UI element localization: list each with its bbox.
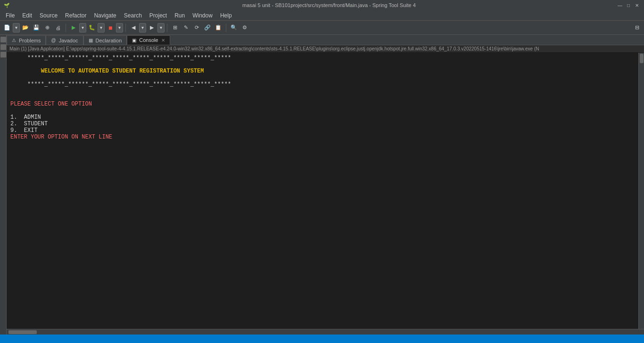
- misc-btn-2[interactable]: ✎: [181, 23, 191, 33]
- info-bar: Main (1) [Java Application] E:\apps\spri…: [7, 45, 644, 53]
- left-sidebar: [0, 35, 7, 343]
- menu-file[interactable]: File: [2, 10, 18, 21]
- tab-console[interactable]: ▣ Console ✕: [127, 35, 170, 45]
- vertical-scrollbar[interactable]: [638, 53, 644, 329]
- status-bar: [0, 335, 644, 343]
- menu-project[interactable]: Project: [146, 10, 171, 21]
- debug-button[interactable]: 🐛: [87, 23, 97, 33]
- console-close-button[interactable]: ✕: [161, 38, 165, 43]
- menu-run[interactable]: Run: [171, 10, 189, 21]
- fwd-dropdown[interactable]: ▾: [157, 23, 165, 33]
- open-button[interactable]: 📂: [20, 23, 31, 33]
- tab-declaration[interactable]: ▦ Declaration: [83, 35, 127, 45]
- menu-refactor[interactable]: Refactor: [61, 10, 90, 21]
- toolbar-sep-1: [66, 24, 66, 32]
- console-line: [10, 94, 640, 101]
- tabs-panel: ⚠ Problems @ Javadoc ▦ Declaration ▣ Con…: [7, 35, 644, 45]
- stop-button[interactable]: ⏹: [105, 23, 116, 33]
- sidebar-icon-1[interactable]: [0, 37, 6, 42]
- close-button[interactable]: ✕: [634, 2, 640, 8]
- search-button[interactable]: 🔍: [229, 23, 239, 33]
- console-line: 1. ADMIN: [10, 114, 640, 121]
- problems-icon: ⚠: [12, 38, 16, 43]
- minimize-button[interactable]: —: [617, 2, 623, 8]
- sidebar-icon-3[interactable]: [0, 52, 6, 57]
- tab-javadoc-label: Javadoc: [59, 38, 78, 43]
- misc-btn-5[interactable]: 📋: [213, 23, 223, 33]
- javadoc-icon: @: [51, 38, 56, 43]
- toolbar-group-misc: ⊞ ✎ ⟳ 🔗 📋: [170, 23, 223, 33]
- window-controls: — □ ✕: [617, 2, 640, 8]
- tab-console-label: Console: [139, 37, 158, 43]
- sidebar-icon-2[interactable]: [0, 44, 6, 50]
- horizontal-scrollbar[interactable]: [7, 329, 644, 335]
- tab-problems-label: Problems: [19, 38, 41, 43]
- misc-btn-1[interactable]: ⊞: [170, 23, 180, 33]
- debug-dropdown[interactable]: ▾: [98, 23, 105, 33]
- tab-declaration-label: Declaration: [96, 38, 122, 43]
- console-line: 2. STUDENT: [10, 121, 640, 127]
- toolbar-sep-4: [226, 24, 226, 32]
- menu-navigate[interactable]: Navigate: [90, 10, 120, 21]
- console-line: [10, 61, 640, 68]
- maximize-button[interactable]: □: [625, 2, 632, 8]
- toolbar-group-file: 📄 ▾ 📂 💾 ⊕ 🖨: [2, 23, 63, 33]
- profile-dropdown[interactable]: ▾: [116, 23, 123, 33]
- menu-search[interactable]: Search: [120, 10, 146, 21]
- toolbar-main: 📄 ▾ 📂 💾 ⊕ 🖨 ▶ ▾ 🐛 ▾ ⏹ ▾ ◀ ▾ ▶ ▾ ⊞ ✎ ⟳ 🔗 …: [0, 21, 644, 35]
- console-line: PLEASE SELECT ONE OPTION: [10, 101, 640, 107]
- misc-btn-3[interactable]: ⟳: [191, 23, 202, 33]
- toolbar-group-nav: ◀ ▾ ▶ ▾: [128, 23, 165, 33]
- tab-javadoc[interactable]: @ Javadoc: [46, 35, 83, 45]
- menu-source[interactable]: Source: [36, 10, 61, 21]
- new-button[interactable]: 📄: [2, 23, 12, 33]
- run-button[interactable]: ▶: [68, 23, 79, 33]
- console-line: 9. EXIT: [10, 127, 640, 134]
- toolbar-group-search: 🔍 ⚙: [229, 23, 250, 33]
- misc-btn-4[interactable]: 🔗: [202, 23, 213, 33]
- console-line: [10, 107, 640, 114]
- settings-button[interactable]: ⚙: [239, 23, 250, 33]
- save-button[interactable]: 💾: [31, 23, 41, 33]
- console-line: ENTER YOUR OPTION ON NEXT LINE: [10, 134, 640, 140]
- toolbar-group-run: ▶ ▾ 🐛 ▾ ⏹ ▾: [68, 23, 123, 33]
- console-line: *****_*****_******_*****_*****_*****_***…: [10, 81, 640, 88]
- toolbar-sep-2: [125, 24, 126, 32]
- toolbar-sep-3: [167, 24, 167, 32]
- tab-problems[interactable]: ⚠ Problems: [7, 35, 46, 45]
- save-all-button[interactable]: ⊕: [42, 23, 52, 33]
- run-dropdown[interactable]: ▾: [79, 23, 86, 33]
- horizontal-scrollbar-thumb[interactable]: [8, 330, 37, 334]
- fwd-button[interactable]: ▶: [147, 23, 157, 33]
- title-bar: 🌱 masai 5 unit - SB101project/src/system…: [0, 0, 644, 10]
- console-line: *****_*****_******_*****_*****_*****_***…: [10, 55, 640, 61]
- vertical-scrollbar-thumb[interactable]: [640, 54, 644, 63]
- console-line: [10, 88, 640, 94]
- console-line: [10, 74, 640, 81]
- new-dropdown[interactable]: ▾: [13, 23, 20, 33]
- back-dropdown[interactable]: ▾: [139, 23, 146, 33]
- menu-edit[interactable]: Edit: [18, 10, 36, 21]
- perspectives-button[interactable]: ⊟: [632, 23, 642, 33]
- menu-window[interactable]: Window: [189, 10, 216, 21]
- declaration-icon: ▦: [89, 38, 93, 43]
- print-button[interactable]: 🖨: [53, 23, 63, 33]
- menu-help[interactable]: Help: [216, 10, 236, 21]
- console-output[interactable]: *****_*****_******_*****_*****_*****_***…: [7, 53, 644, 335]
- menu-bar: File Edit Source Refactor Navigate Searc…: [0, 10, 644, 21]
- window-title: masai 5 unit - SB101project/src/system/f…: [41, 2, 617, 8]
- info-bar-text: Main (1) [Java Application] E:\apps\spri…: [9, 46, 539, 51]
- console-line: WELCOME TO AUTOMATED STUDENT REGISTRATIO…: [10, 68, 640, 74]
- console-icon: ▣: [132, 38, 136, 43]
- app-icon: 🌱: [4, 3, 41, 8]
- back-button[interactable]: ◀: [128, 23, 139, 33]
